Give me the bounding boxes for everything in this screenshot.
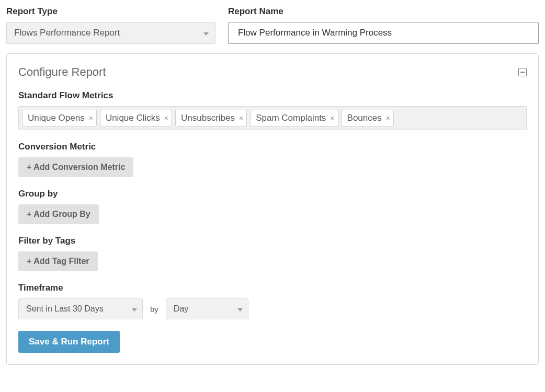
metric-chip[interactable]: Unique Clicks × [100,110,172,126]
chevron-down-icon [203,28,209,38]
chevron-down-icon [132,304,137,314]
metric-chip-label: Unique Clicks [106,113,160,123]
flow-metrics-chipbox[interactable]: Unique Opens × Unique Clicks × Unsubscri… [18,106,527,130]
close-icon[interactable]: × [239,114,243,122]
metric-chip[interactable]: Unsubscribes × [175,110,247,126]
metric-chip-label: Bounces [347,113,382,123]
timeframe-label: Timeframe [18,283,527,293]
chevron-down-icon [237,304,243,314]
add-tag-filter-button[interactable]: + Add Tag Filter [18,251,98,271]
panel-title: Configure Report [18,65,106,79]
report-name-label: Report Name [228,6,539,17]
metric-chip-label: Spam Complaints [256,113,326,123]
metric-chip-label: Unsubscribes [181,113,235,123]
metric-chip-label: Unique Opens [28,113,85,123]
timeframe-granularity-value: Day [174,304,188,314]
save-run-report-button[interactable]: Save & Run Report [18,331,120,353]
report-name-input[interactable] [228,22,539,44]
standard-flow-metrics-label: Standard Flow Metrics [18,90,527,101]
metric-chip[interactable]: Unique Opens × [22,110,97,126]
close-icon[interactable]: × [386,114,390,122]
configure-report-panel: Configure Report Standard Flow Metrics U… [6,53,539,365]
conversion-metric-label: Conversion Metric [18,142,527,152]
metric-chip[interactable]: Bounces × [342,110,394,126]
add-conversion-metric-button[interactable]: + Add Conversion Metric [18,157,133,177]
report-type-value: Flows Performance Report [14,28,120,38]
timeframe-by-label: by [150,305,158,314]
metric-chip[interactable]: Spam Complaints × [250,110,338,126]
group-by-label: Group by [18,189,527,199]
close-icon[interactable]: × [89,114,93,122]
report-type-label: Report Type [6,6,215,17]
add-group-by-button[interactable]: + Add Group By [18,204,99,224]
close-icon[interactable]: × [330,114,334,122]
timeframe-range-select[interactable]: Sent in Last 30 Days [18,298,143,319]
collapse-icon[interactable] [518,68,527,76]
filter-by-tags-label: Filter by Tags [18,236,527,246]
timeframe-granularity-select[interactable]: Day [166,298,248,319]
timeframe-range-value: Sent in Last 30 Days [26,304,104,314]
report-type-select[interactable]: Flows Performance Report [6,22,215,44]
close-icon[interactable]: × [164,114,168,122]
